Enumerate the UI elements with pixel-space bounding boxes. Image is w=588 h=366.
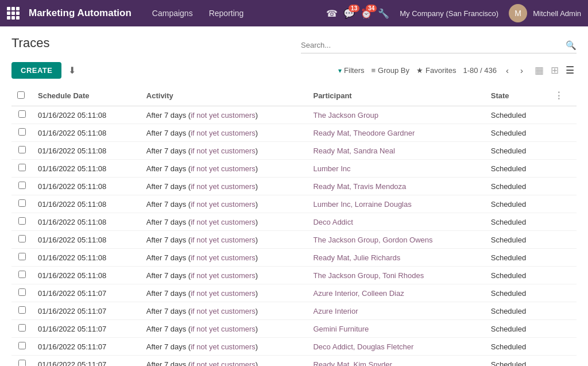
row-checkbox-cell[interactable] xyxy=(11,106,32,124)
participant-link[interactable]: Ready Mat, Kim Snyder xyxy=(313,360,392,367)
col-activity[interactable]: Activity xyxy=(141,86,308,106)
select-all-header[interactable] xyxy=(11,86,32,106)
participant-link[interactable]: Ready Mat, Theodore Gardner xyxy=(313,129,415,137)
cell-activity: After 7 days (if not yet customers) xyxy=(141,213,308,231)
participant-link[interactable]: The Jackson Group, Toni Rhodes xyxy=(313,271,424,280)
settings-icon[interactable]: 🔧 xyxy=(378,8,389,19)
participant-link[interactable]: Ready Mat, Sandra Neal xyxy=(313,147,394,155)
activity-link[interactable]: if not yet customers xyxy=(191,111,256,120)
list-view-button[interactable]: ☰ xyxy=(563,63,577,78)
row-checkbox-cell[interactable] xyxy=(11,195,32,213)
participant-link[interactable]: Deco Addict, Douglas Fletcher xyxy=(313,342,413,351)
cell-date: 01/16/2022 05:11:07 xyxy=(32,302,141,320)
row-checkbox[interactable] xyxy=(18,288,26,296)
username-label[interactable]: Mitchell Admin xyxy=(533,9,581,18)
participant-link[interactable]: Deco Addict xyxy=(313,218,353,226)
row-checkbox[interactable] xyxy=(18,235,26,242)
group-by-button[interactable]: ≡ Group By xyxy=(371,66,409,75)
row-checkbox[interactable] xyxy=(18,217,26,225)
participant-link[interactable]: Lumber Inc xyxy=(313,164,350,173)
activity-link[interactable]: if not yet customers xyxy=(191,253,256,262)
row-checkbox[interactable] xyxy=(18,164,26,171)
download-icon[interactable]: ⬇ xyxy=(66,63,78,78)
chart-view-button[interactable]: ▦ xyxy=(532,63,546,78)
search-icon[interactable]: 🔍 xyxy=(566,40,577,51)
select-all-checkbox[interactable] xyxy=(17,91,25,99)
row-checkbox[interactable] xyxy=(18,342,26,349)
favorites-button[interactable]: ★ Favorites xyxy=(416,66,456,75)
activity-link[interactable]: if not yet customers xyxy=(191,164,256,173)
col-state[interactable]: State xyxy=(485,86,548,106)
row-checkbox-cell[interactable] xyxy=(11,213,32,231)
clock-icon[interactable]: ⏰ 34 xyxy=(361,8,372,19)
row-checkbox[interactable] xyxy=(18,324,26,332)
row-checkbox[interactable] xyxy=(18,253,26,260)
row-checkbox-cell[interactable] xyxy=(11,160,32,178)
create-button[interactable]: CREATE xyxy=(11,62,61,79)
row-checkbox[interactable] xyxy=(18,306,26,314)
row-checkbox-cell[interactable] xyxy=(11,249,32,267)
row-checkbox[interactable] xyxy=(18,360,26,366)
activity-link[interactable]: if not yet customers xyxy=(191,182,256,191)
participant-link[interactable]: Ready Mat, Julie Richards xyxy=(313,253,400,262)
messages-icon[interactable]: 💬 13 xyxy=(343,8,355,19)
participant-link[interactable]: Lumber Inc, Lorraine Douglas xyxy=(313,200,411,209)
cell-date: 01/16/2022 05:11:08 xyxy=(32,160,141,178)
activity-link[interactable]: if not yet customers xyxy=(191,325,256,333)
filters-button[interactable]: ▾ Filters xyxy=(338,66,364,75)
col-options[interactable]: ⋮ xyxy=(548,86,577,106)
row-checkbox[interactable] xyxy=(18,128,26,136)
activity-link[interactable]: if not yet customers xyxy=(191,147,256,155)
row-checkbox-cell[interactable] xyxy=(11,178,32,195)
row-checkbox-cell[interactable] xyxy=(11,302,32,320)
row-checkbox-cell[interactable] xyxy=(11,320,32,338)
user-avatar[interactable]: M xyxy=(509,4,527,22)
activity-link[interactable]: if not yet customers xyxy=(191,289,256,298)
search-bar: 🔍 xyxy=(301,40,577,53)
activity-link[interactable]: if not yet customers xyxy=(191,236,256,244)
participant-link[interactable]: The Jackson Group, Gordon Owens xyxy=(313,236,432,244)
activity-link[interactable]: if not yet customers xyxy=(191,360,256,367)
activity-link[interactable]: if not yet customers xyxy=(191,129,256,137)
cell-state: Scheduled xyxy=(485,320,548,338)
search-input[interactable] xyxy=(301,41,566,49)
row-checkbox[interactable] xyxy=(18,146,26,153)
activity-link[interactable]: if not yet customers xyxy=(191,342,256,351)
row-checkbox-cell[interactable] xyxy=(11,267,32,284)
next-page-button[interactable]: › xyxy=(518,64,525,76)
nav-campaigns[interactable]: Campaigns xyxy=(145,5,200,21)
row-checkbox[interactable] xyxy=(18,199,26,207)
activity-link[interactable]: if not yet customers xyxy=(191,271,256,280)
row-checkbox-cell[interactable] xyxy=(11,124,32,142)
row-checkbox[interactable] xyxy=(18,182,26,189)
activity-link[interactable]: if not yet customers xyxy=(191,307,256,315)
cell-row-options xyxy=(548,106,577,124)
activity-text: After 7 days ( xyxy=(146,342,191,351)
cell-participant: Ready Mat, Kim Snyder xyxy=(307,356,485,367)
activity-link[interactable]: if not yet customers xyxy=(191,218,256,226)
col-schedule-date[interactable]: Schedule Date xyxy=(32,86,141,106)
row-checkbox-cell[interactable] xyxy=(11,284,32,302)
activity-link[interactable]: if not yet customers xyxy=(191,200,256,209)
nav-reporting[interactable]: Reporting xyxy=(202,5,251,21)
participant-link[interactable]: Azure Interior, Colleen Diaz xyxy=(313,289,404,298)
row-checkbox-cell[interactable] xyxy=(11,142,32,160)
table-row: 01/16/2022 05:11:08 After 7 days (if not… xyxy=(11,106,577,124)
company-selector[interactable]: My Company (San Francisco) xyxy=(395,7,503,20)
grid-view-button[interactable]: ⊞ xyxy=(548,63,561,78)
row-checkbox[interactable] xyxy=(18,271,26,278)
row-checkbox[interactable] xyxy=(18,110,26,118)
participant-link[interactable]: Ready Mat, Travis Mendoza xyxy=(313,182,406,191)
prev-page-button[interactable]: ‹ xyxy=(504,64,511,76)
row-checkbox-cell[interactable] xyxy=(11,338,32,356)
row-checkbox-cell[interactable] xyxy=(11,356,32,367)
participant-link[interactable]: The Jackson Group xyxy=(313,111,378,120)
apps-icon[interactable] xyxy=(7,7,20,20)
cell-date: 01/16/2022 05:11:07 xyxy=(32,320,141,338)
col-participant[interactable]: Participant xyxy=(307,86,485,106)
row-checkbox-cell[interactable] xyxy=(11,231,32,249)
participant-link[interactable]: Gemini Furniture xyxy=(313,325,369,333)
participant-link[interactable]: Azure Interior xyxy=(313,307,358,315)
activity-text: After 7 days ( xyxy=(146,182,191,191)
phone-icon[interactable]: ☎ xyxy=(326,8,338,19)
